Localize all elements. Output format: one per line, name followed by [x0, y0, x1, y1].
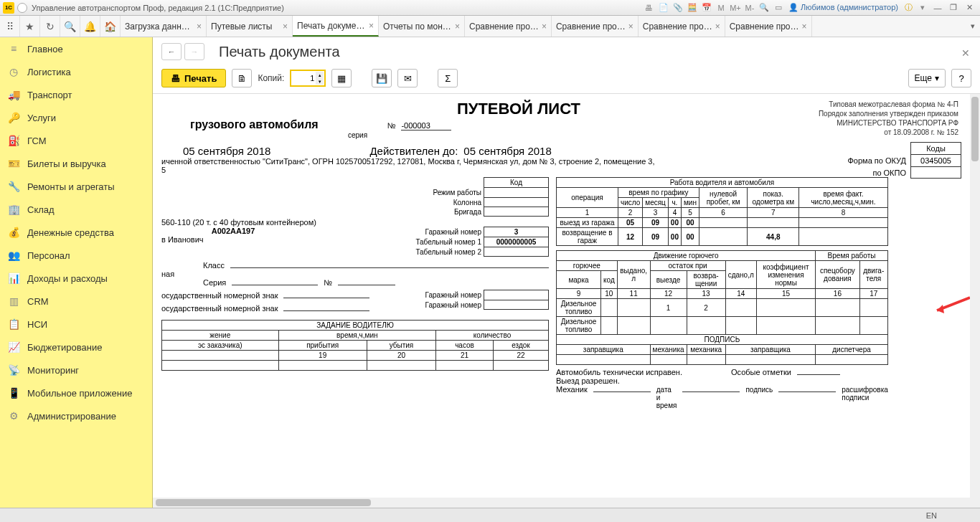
sidebar-item-11[interactable]: ▥CRM — [0, 290, 152, 313]
nav-forward-button[interactable]: → — [184, 43, 204, 60]
close-icon[interactable]: × — [542, 22, 547, 32]
sidebar-item-7[interactable]: 🏢Склад — [0, 198, 152, 221]
d00a: 00 — [668, 218, 681, 228]
sidebar-item-16[interactable]: ⚙Администрирование — [0, 404, 152, 427]
close-icon[interactable]: × — [197, 22, 202, 32]
tab-1[interactable]: Путевые листы× — [207, 16, 293, 37]
close-icon[interactable]: × — [369, 21, 374, 31]
tab-6[interactable]: Сравнение про…× — [639, 16, 725, 37]
horizontal-scrollbar[interactable] — [153, 498, 970, 508]
sidebar-item-12[interactable]: 📋НСИ — [0, 313, 152, 336]
gnz-label-2: осударственный номерной знак — [161, 304, 278, 313]
toolbar-mplus-icon[interactable]: M+ — [729, 1, 742, 14]
window-titlebar: 1C Управление автотранспортом Проф, реда… — [0, 0, 980, 16]
sidebar-item-label: Администрирование — [27, 411, 116, 422]
apps-icon[interactable]: ⠿ — [0, 16, 20, 37]
sidebar-item-label: Персонал — [27, 250, 70, 261]
sidebar-item-0[interactable]: ≡Главное — [0, 37, 152, 60]
favorite-icon[interactable]: ★ — [20, 16, 40, 37]
spec: спецобору дования — [816, 261, 859, 289]
window-close[interactable]: ✕ — [961, 1, 977, 14]
copies-stepper[interactable]: ▲▼ — [316, 72, 324, 85]
sidebar-item-14[interactable]: 📡Мониторинг — [0, 359, 152, 381]
sidebar-item-label: Транспорт — [27, 90, 72, 100]
toolbar-m-icon[interactable]: M — [715, 1, 727, 14]
window-minimize[interactable]: — — [930, 1, 946, 14]
home-icon[interactable]: 🏠 — [100, 16, 121, 37]
toolbar-calendar-icon[interactable]: 📅 — [700, 1, 713, 14]
bell-icon[interactable]: 🔔 — [80, 16, 100, 37]
tab-0[interactable]: Загрузка данн…× — [121, 16, 207, 37]
toolbar-panel-icon[interactable]: ▭ — [772, 1, 785, 14]
copies-input[interactable]: 1 ▲▼ — [290, 70, 326, 87]
history-icon[interactable]: ↻ — [40, 16, 60, 37]
tabs-more-icon[interactable]: ▾ — [966, 16, 980, 37]
save-button[interactable]: 💾 — [372, 69, 392, 87]
sidebar-item-6[interactable]: 🔧Ремонты и агрегаты — [0, 175, 152, 198]
close-icon[interactable]: × — [715, 22, 720, 32]
tab-label: Путевые листы — [211, 22, 280, 32]
preview-button[interactable]: 🗎 — [232, 69, 252, 87]
mail-button[interactable]: ✉ — [397, 69, 418, 87]
close-icon[interactable]: × — [455, 22, 460, 32]
vozvr2: возвра- щении — [687, 271, 725, 289]
diesel2: Дизельное топливо — [557, 317, 601, 335]
sidebar-item-label: Услуги — [27, 113, 56, 123]
page-title: Печать документа — [219, 44, 340, 60]
toolbar-zoom-icon[interactable]: 🔍 — [758, 1, 771, 14]
sidebar-item-label: Доходы и расходы — [27, 273, 108, 284]
sidebar-item-15[interactable]: 📱Мобильное приложение — [0, 381, 152, 404]
tab-2[interactable]: Печать докуме…× — [293, 16, 379, 37]
c21: 21 — [436, 351, 494, 361]
sidebar-item-9[interactable]: 👥Персонал — [0, 244, 152, 267]
nav-back-button[interactable]: ← — [161, 43, 182, 60]
toolbar-clip-icon[interactable]: 📎 — [672, 1, 684, 14]
tab-label: Сравнение про… — [469, 22, 539, 32]
tab-7[interactable]: Сравнение про…× — [725, 16, 812, 37]
sidebar-item-10[interactable]: 📊Доходы и расходы — [0, 267, 152, 290]
kod2: код — [601, 271, 618, 289]
rn3: 3 — [643, 208, 669, 218]
sidebar-item-13[interactable]: 📈Бюджетирование — [0, 336, 152, 359]
sidebar-item-8[interactable]: 💰Денежные средства — [0, 221, 152, 244]
window-maximize[interactable]: ❐ — [946, 1, 961, 14]
toolbar-info-icon[interactable]: ⓘ — [902, 1, 915, 14]
current-user[interactable]: Любимов (администратор) — [788, 3, 898, 12]
tab-4[interactable]: Сравнение про…× — [465, 16, 552, 37]
toolbar-doc-icon[interactable]: 📄 — [657, 1, 670, 14]
sidebar-item-2[interactable]: 🚚Транспорт — [0, 83, 152, 106]
sum-button[interactable]: Σ — [438, 69, 458, 87]
d448: 44,8 — [748, 228, 799, 246]
toolbar-mminus-icon[interactable]: M- — [743, 1, 756, 14]
sidebar-item-label: Мобильное приложение — [27, 388, 132, 399]
toolbar-print-icon[interactable]: 🖶 — [643, 1, 656, 14]
sidebar-item-3[interactable]: 🔑Услуги — [0, 106, 152, 129]
close-icon[interactable]: × — [283, 22, 288, 32]
search-icon[interactable]: 🔍 — [60, 16, 80, 37]
c22: 22 — [494, 351, 549, 361]
main-toolbar: ⠿ ★ ↻ 🔍 🔔 🏠 Загрузка данн…×Путевые листы… — [0, 16, 980, 37]
close-icon[interactable]: × — [802, 22, 807, 32]
sidebar-item-1[interactable]: ◷Логистика — [0, 60, 152, 83]
language-indicator[interactable]: EN — [926, 511, 937, 520]
tabnum1-label: Табельный номер 1 — [413, 237, 484, 247]
tab-5[interactable]: Сравнение про…× — [552, 16, 639, 37]
sidebar-item-4[interactable]: ⛽ГСМ — [0, 129, 152, 152]
sidebar-item-label: Мониторинг — [27, 365, 79, 376]
okpo-value — [911, 167, 961, 179]
toolbar-calc-icon[interactable]: 🧮 — [686, 1, 699, 14]
vertical-scrollbar[interactable] — [970, 94, 980, 508]
sidebar-item-label: Билеты и выручка — [27, 158, 106, 169]
toolbar-dropdown-icon[interactable]: ▾ — [916, 1, 929, 14]
close-icon[interactable]: × — [628, 22, 633, 32]
grid-button[interactable]: ▦ — [331, 69, 352, 87]
more-button[interactable]: Еще▾ — [908, 69, 946, 87]
tab-3[interactable]: Отчеты по мон…× — [379, 16, 465, 37]
close-page-icon[interactable]: ✕ — [961, 47, 970, 59]
print-button[interactable]: 🖶 Печать — [161, 69, 226, 87]
ch: ч. — [668, 198, 681, 208]
help-button[interactable]: ? — [951, 69, 971, 87]
sidebar-item-5[interactable]: 🎫Билеты и выручка — [0, 152, 152, 175]
doc-number-label: № — [387, 121, 396, 130]
d00c: 00 — [668, 228, 681, 246]
